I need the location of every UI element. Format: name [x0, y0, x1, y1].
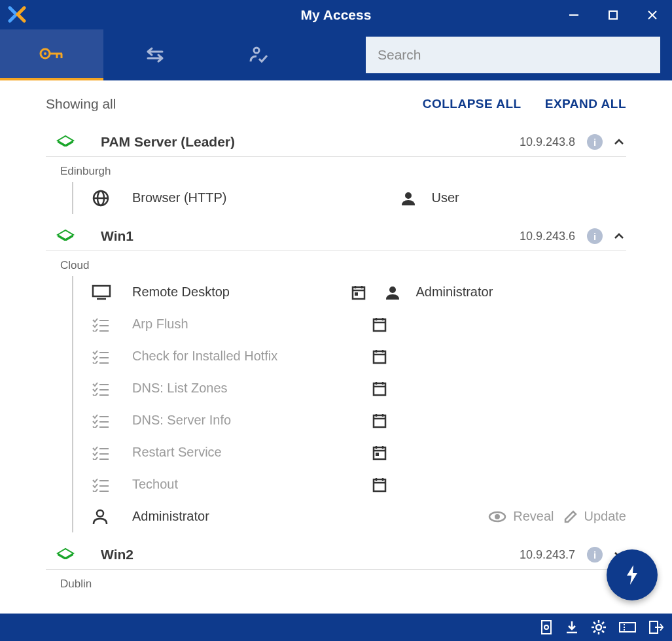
expand-all-button[interactable]: EXPAND ALL — [545, 97, 626, 111]
svg-point-15 — [405, 192, 412, 199]
chevron-up-icon[interactable] — [612, 229, 626, 243]
calendar-icon[interactable] — [343, 285, 374, 300]
access-label: Browser (HTTP) — [132, 190, 327, 205]
search-input[interactable] — [366, 37, 660, 73]
task-row[interactable]: Arp Flush — [72, 308, 626, 340]
svg-point-57 — [544, 625, 548, 629]
key-icon — [39, 45, 65, 62]
svg-rect-30 — [374, 351, 385, 363]
info-icon[interactable]: i — [587, 547, 603, 563]
fab-quick-action[interactable] — [607, 549, 658, 600]
pencil-icon — [563, 510, 578, 524]
svg-line-65 — [593, 631, 595, 632]
task-row[interactable]: Check for Installed Hotfix — [72, 340, 626, 372]
server-name: PAM Server (Leader) — [101, 134, 520, 150]
svg-rect-42 — [374, 447, 385, 459]
svg-rect-67 — [620, 623, 635, 632]
checklist-icon — [92, 413, 132, 428]
monitor-icon — [92, 285, 132, 300]
ticket-icon[interactable] — [618, 621, 637, 633]
download-icon[interactable] — [565, 620, 579, 634]
server-header[interactable]: PAM Server (Leader) 10.9.243.8 i — [46, 128, 626, 157]
server-icon — [56, 135, 76, 149]
task-label: DNS: List Zones — [132, 381, 364, 396]
calendar-icon[interactable] — [364, 349, 395, 364]
reveal-button[interactable]: Reveal — [488, 509, 554, 524]
titlebar: My Access — [0, 0, 672, 29]
person-icon — [393, 190, 424, 206]
server-ip: 10.9.243.8 — [520, 135, 575, 149]
calendar-icon[interactable] — [364, 477, 395, 493]
task-row[interactable]: DNS: List Zones — [72, 372, 626, 404]
task-label: Techout — [132, 477, 364, 492]
task-label: Arp Flush — [132, 317, 364, 332]
svg-rect-56 — [542, 621, 551, 634]
close-button[interactable] — [633, 0, 672, 29]
user-label: Administrator — [408, 285, 627, 300]
access-row[interactable]: Browser (HTTP) User — [72, 182, 626, 214]
svg-rect-46 — [376, 453, 379, 456]
person-check-icon — [249, 46, 268, 64]
calendar-icon[interactable] — [364, 413, 395, 428]
task-label: Restart Service — [132, 445, 364, 460]
certificate-icon[interactable] — [540, 619, 553, 635]
server-ip: 10.9.243.7 — [520, 548, 575, 562]
app-logo-icon — [8, 6, 26, 24]
svg-line-63 — [593, 622, 595, 624]
svg-point-5 — [44, 52, 46, 55]
statusbar — [0, 614, 672, 641]
calendar-icon[interactable] — [364, 317, 395, 332]
svg-rect-47 — [374, 479, 385, 491]
tabbar — [0, 29, 672, 80]
info-icon[interactable]: i — [587, 134, 603, 150]
access-row[interactable]: Remote Desktop Administrator — [72, 276, 626, 308]
group-label: Cloud — [60, 259, 626, 272]
group-label: Dublin — [60, 578, 626, 591]
settings-icon[interactable] — [591, 619, 607, 635]
calendar-icon[interactable] — [364, 445, 395, 460]
lightning-icon — [624, 564, 640, 586]
update-label: Update — [584, 509, 627, 524]
transfer-icon — [144, 46, 166, 63]
svg-point-53 — [495, 514, 500, 519]
checklist-icon — [92, 477, 132, 492]
globe-icon — [92, 189, 132, 207]
svg-rect-24 — [355, 292, 358, 296]
content-area: Showing all COLLAPSE ALL EXPAND ALL PAM … — [0, 80, 672, 614]
reveal-label: Reveal — [513, 509, 554, 524]
checklist-icon — [92, 317, 132, 332]
server-header[interactable]: Win2 10.9.243.7 i — [46, 540, 626, 570]
task-row[interactable]: Restart Service — [72, 436, 626, 468]
server-name: Win1 — [101, 228, 520, 244]
svg-rect-18 — [93, 286, 110, 296]
tab-myaccess[interactable] — [0, 29, 103, 80]
eye-icon — [488, 511, 506, 523]
admin-row[interactable]: Administrator Reveal Update — [72, 500, 626, 532]
info-icon[interactable]: i — [587, 228, 603, 244]
server-ip: 10.9.243.6 — [520, 230, 575, 243]
svg-point-25 — [389, 286, 396, 293]
svg-line-66 — [602, 622, 604, 624]
svg-rect-34 — [374, 383, 385, 395]
svg-rect-20 — [353, 287, 364, 299]
server-header[interactable]: Win1 10.9.243.6 i — [46, 222, 626, 251]
tab-transfers[interactable] — [103, 29, 207, 80]
task-row[interactable]: Techout — [72, 468, 626, 500]
update-button[interactable]: Update — [563, 509, 627, 524]
svg-line-64 — [602, 631, 604, 632]
logout-icon[interactable] — [648, 620, 664, 634]
server-icon — [56, 547, 76, 562]
checklist-icon — [92, 349, 132, 364]
chevron-up-icon[interactable] — [612, 135, 626, 149]
server-icon — [56, 229, 76, 243]
svg-rect-1 — [609, 11, 617, 19]
minimize-button[interactable] — [554, 0, 593, 29]
calendar-icon[interactable] — [364, 381, 395, 396]
tab-approvals[interactable] — [207, 29, 310, 80]
checklist-icon — [92, 445, 132, 460]
maximize-button[interactable] — [593, 0, 633, 29]
collapse-all-button[interactable]: COLLAPSE ALL — [423, 97, 522, 111]
admin-label: Administrator — [132, 509, 488, 524]
server-name: Win2 — [101, 547, 520, 563]
task-row[interactable]: DNS: Server Info — [72, 404, 626, 436]
